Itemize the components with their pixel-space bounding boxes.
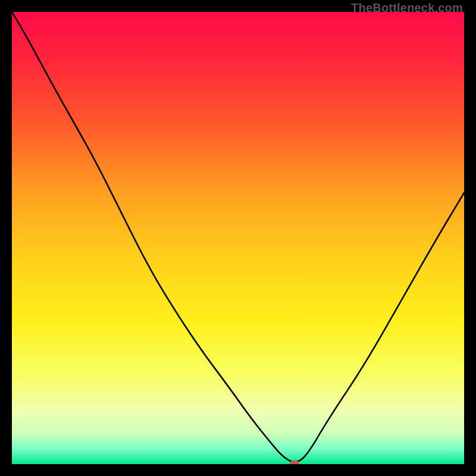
chart-svg [12,12,464,464]
gradient-background [12,12,464,464]
watermark: TheBottleneck.com [351,1,463,15]
chart-container: TheBottleneck.com [0,0,476,476]
plot-area [12,12,464,464]
